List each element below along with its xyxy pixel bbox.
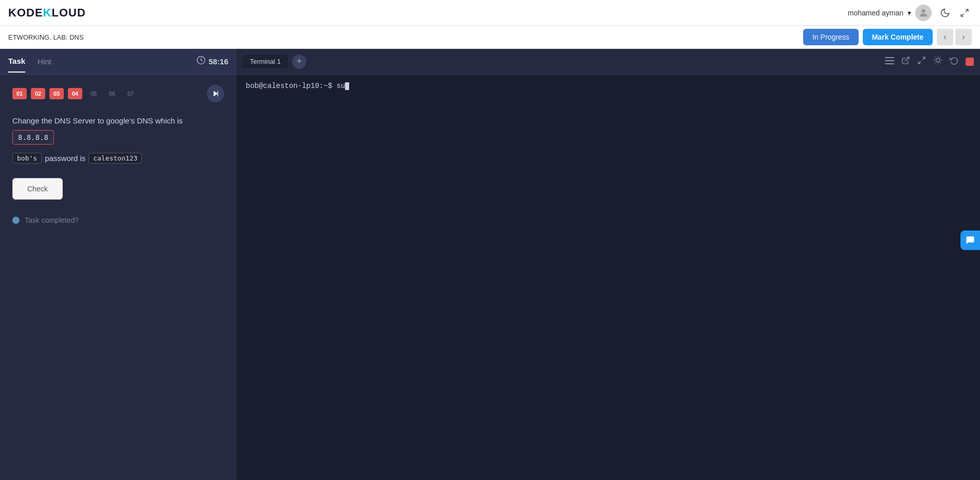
terminal-add-button[interactable]: + bbox=[292, 55, 306, 69]
user-name: mohamed ayman bbox=[848, 9, 903, 17]
terminal-cursor bbox=[345, 82, 349, 90]
svg-line-9 bbox=[905, 57, 909, 61]
timer-section: 58:16 bbox=[196, 56, 228, 67]
svg-point-0 bbox=[921, 9, 925, 12]
svg-line-15 bbox=[935, 57, 935, 58]
dns-badge: 8.8.8.8 bbox=[12, 130, 54, 145]
left-panel-content: 01 02 03 04 05 06 07 Change the DNS Serv… bbox=[0, 75, 237, 480]
next-arrow-button[interactable]: › bbox=[955, 29, 972, 45]
menu-icon[interactable] bbox=[885, 56, 894, 67]
in-progress-button[interactable]: In Progress bbox=[803, 29, 859, 45]
terminal-prompt: bob@caleston-lp10:~$ su bbox=[246, 82, 971, 90]
user-info[interactable]: mohamed ayman ▾ bbox=[848, 5, 932, 21]
history-icon[interactable] bbox=[950, 56, 958, 67]
task-description-text: Change the DNS Server to google's DNS wh… bbox=[12, 116, 183, 125]
main-layout: Task Hint 58:16 01 02 03 04 05 06 bbox=[0, 49, 980, 480]
sub-header: ETWORKING, LAB: DNS In Progress Mark Com… bbox=[0, 26, 980, 49]
chat-bubble-button[interactable] bbox=[960, 230, 980, 250]
terminal-controls bbox=[885, 56, 974, 67]
tab-hint[interactable]: Hint bbox=[38, 51, 51, 72]
terminal-prompt-text: bob@caleston-lp10:~$ su bbox=[246, 82, 345, 90]
play-button[interactable] bbox=[207, 85, 224, 102]
logo-text: KODEKLOUD bbox=[8, 6, 86, 20]
password-info: bob's password is caleston123 bbox=[12, 153, 224, 164]
step-05[interactable]: 05 bbox=[86, 88, 101, 99]
timer-display: 58:16 bbox=[209, 57, 228, 66]
bob-badge: bob's bbox=[12, 153, 42, 164]
task-description: Change the DNS Server to google's DNS wh… bbox=[12, 115, 224, 145]
password-value-badge: caleston123 bbox=[88, 153, 142, 164]
mark-complete-button[interactable]: Mark Complete bbox=[863, 29, 933, 45]
step-01[interactable]: 01 bbox=[12, 88, 27, 99]
task-completed-dot bbox=[12, 217, 20, 224]
timer-icon bbox=[196, 56, 206, 67]
svg-line-11 bbox=[918, 61, 921, 63]
step-indicators: 01 02 03 04 05 06 07 bbox=[12, 85, 224, 102]
step-03[interactable]: 03 bbox=[49, 88, 64, 99]
top-header: KODEKLOUD mohamed ayman ▾ bbox=[0, 0, 980, 26]
svg-rect-7 bbox=[885, 60, 894, 61]
fullscreen-icon[interactable] bbox=[917, 56, 926, 67]
terminal-tab-label: Terminal 1 bbox=[250, 58, 281, 65]
svg-rect-6 bbox=[885, 57, 894, 58]
svg-marker-4 bbox=[214, 91, 218, 97]
task-completed-text: Task completed? bbox=[25, 216, 79, 224]
left-panel: Task Hint 58:16 01 02 03 04 05 06 bbox=[0, 49, 237, 480]
tab-task[interactable]: Task bbox=[8, 50, 25, 73]
compress-icon[interactable] bbox=[957, 6, 972, 20]
svg-line-2 bbox=[961, 13, 964, 16]
terminal-add-icon: + bbox=[297, 56, 302, 67]
brightness-icon[interactable] bbox=[933, 56, 942, 67]
terminal-close-button[interactable] bbox=[966, 58, 974, 66]
task-completed-row: Task completed? bbox=[12, 216, 224, 224]
step-04[interactable]: 04 bbox=[68, 88, 82, 99]
svg-point-12 bbox=[936, 58, 940, 62]
header-icons bbox=[938, 6, 972, 20]
chevron-icon: ▾ bbox=[908, 9, 911, 17]
password-middle-text: password is bbox=[45, 154, 85, 163]
external-link-icon[interactable] bbox=[901, 56, 910, 67]
avatar bbox=[915, 5, 932, 21]
svg-line-10 bbox=[922, 57, 925, 60]
header-right: mohamed ayman ▾ bbox=[848, 5, 972, 21]
moon-icon[interactable] bbox=[938, 6, 952, 20]
nav-arrows: ‹ › bbox=[937, 29, 972, 45]
check-button[interactable]: Check bbox=[12, 178, 63, 200]
right-panel: Terminal 1 + bbox=[237, 49, 980, 480]
logo: KODEKLOUD bbox=[8, 6, 86, 20]
step-07[interactable]: 07 bbox=[123, 88, 138, 99]
svg-rect-8 bbox=[885, 63, 894, 64]
step-02[interactable]: 02 bbox=[31, 88, 45, 99]
left-panel-header: Task Hint 58:16 bbox=[0, 49, 237, 75]
sub-header-actions: In Progress Mark Complete ‹ › bbox=[803, 29, 972, 45]
svg-line-20 bbox=[940, 57, 941, 58]
svg-line-19 bbox=[935, 63, 935, 63]
svg-line-1 bbox=[966, 9, 968, 12]
svg-line-16 bbox=[940, 63, 941, 63]
terminal-body[interactable]: bob@caleston-lp10:~$ su bbox=[237, 75, 980, 480]
terminal-tab-1[interactable]: Terminal 1 bbox=[243, 55, 288, 68]
svg-rect-5 bbox=[217, 91, 218, 97]
breadcrumb: ETWORKING, LAB: DNS bbox=[8, 33, 84, 41]
terminal-header: Terminal 1 + bbox=[237, 49, 980, 75]
step-06[interactable]: 06 bbox=[105, 88, 119, 99]
prev-arrow-button[interactable]: ‹ bbox=[937, 29, 953, 45]
